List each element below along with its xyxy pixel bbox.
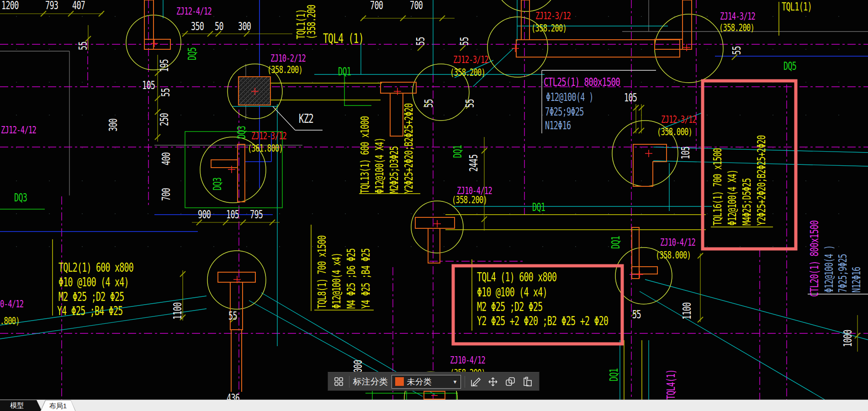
cad-text: 55	[731, 46, 742, 55]
cad-text: ZJ12-3/12	[453, 55, 488, 65]
cad-text: TQL4 (1)	[323, 32, 364, 45]
cad-text: 793	[45, 0, 58, 11]
move-annotation-button[interactable]	[486, 375, 500, 389]
cad-text: (358.200	[306, 5, 317, 39]
cad-text-layer: 1200793407350503007007005510519555250300…	[0, 0, 868, 400]
toolbar-separator	[349, 376, 349, 388]
cad-text: ZJ10-4/12	[660, 237, 695, 248]
cad-text: Φ12@100(4 )	[824, 245, 835, 293]
cad-text: 407	[72, 0, 85, 11]
cad-text: (358.200)	[452, 195, 487, 205]
annotation-classes-button[interactable]	[333, 375, 345, 388]
cad-text: 1000	[842, 330, 853, 347]
cad-text: Y2Φ25+2Φ20;B2Φ25+2Φ20	[756, 135, 767, 226]
edit-icon	[470, 376, 482, 388]
category-dropdown-value: 未分类	[407, 376, 432, 387]
cad-text: (358.200)	[531, 23, 566, 33]
cad-text: 1100	[172, 302, 183, 320]
cad-text: DQ1	[609, 369, 619, 381]
cad-text: 55	[78, 42, 89, 50]
cad-text: 700	[370, 0, 383, 11]
cad-text: 50	[215, 21, 223, 32]
cad-text: TQL13(1) 600 x1000	[360, 116, 370, 194]
tab-layout1-label: 布局1	[49, 402, 67, 411]
cad-text: 7Φ25;9Φ25	[837, 254, 848, 293]
cad-text: 900	[198, 209, 211, 220]
cad-text: 55	[632, 309, 641, 320]
cad-text: DQ3	[212, 178, 223, 190]
cad-text: (358.200)	[267, 65, 302, 75]
cad-text: CTL20(1) 800x1500	[809, 221, 820, 297]
cad-text: 0-4/12	[0, 299, 23, 309]
tab-model[interactable]: 模型	[0, 400, 42, 411]
cad-text: 400	[161, 153, 172, 165]
cad-text: 1200	[1, 0, 19, 11]
cad-text: TQL2(1) 600 x800	[58, 262, 133, 274]
copy-annotation-button[interactable]	[503, 375, 517, 389]
cad-text: DQ3	[14, 192, 27, 203]
grid-squares-icon	[333, 376, 344, 387]
paste-icon	[522, 376, 534, 388]
cad-text: N12Φ16	[851, 267, 862, 293]
annotation-category-label: 标注分类	[353, 376, 388, 388]
tab-layout1[interactable]: 布局1	[40, 400, 76, 411]
cad-text: 55	[423, 99, 434, 108]
cad-text: DQ1	[452, 145, 463, 158]
cad-text: (358.000)	[656, 250, 691, 260]
cad-text: ZJ10-2/12	[270, 53, 306, 63]
cad-text: 105	[624, 92, 637, 103]
cad-text: M4 Φ25 ;D6 Φ25	[346, 248, 357, 309]
cad-text: 105	[142, 80, 155, 91]
chevron-down-icon: ▼	[452, 379, 457, 385]
cad-text: Y4 Φ25 ;B4 Φ25	[360, 248, 371, 309]
cad-text: DQ5	[783, 61, 796, 72]
cad-text: 2445	[468, 154, 479, 172]
cad-text: DQ1	[610, 236, 621, 249]
cad-text: M2Φ25;D3Φ25	[389, 146, 400, 194]
cad-text: Y2 Φ25 +2 Φ20 ;B2 Φ25 +2 Φ20	[477, 315, 608, 327]
cad-text: 700	[161, 188, 172, 201]
tab-model-label: 模型	[10, 401, 24, 410]
move-icon	[487, 376, 499, 388]
cad-text: DQ1	[532, 202, 545, 213]
cad-application: 1200793407350503007007005510519555250300…	[0, 0, 868, 411]
cad-text: 700	[410, 0, 423, 11]
cad-text: 195	[159, 59, 170, 72]
layout-tabbar: 模型 布局1	[0, 400, 868, 411]
edit-annotation-button[interactable]	[469, 375, 482, 389]
cad-text: ZJ12-3/12	[661, 115, 696, 125]
cad-text: Φ12@100(4 X4)	[374, 138, 385, 194]
cad-text: DQ3	[236, 126, 247, 139]
category-color-swatch	[395, 377, 404, 386]
cad-text: TQL4(1)	[666, 369, 677, 400]
copy-icon	[504, 376, 516, 388]
cad-text: DQ1	[338, 66, 351, 77]
cad-text: 105	[680, 147, 691, 159]
cad-text: 1100	[682, 302, 693, 320]
cad-text: DQ5	[187, 47, 198, 60]
cad-text: ZJ12-3/12	[535, 11, 571, 21]
cad-text: ZJ10-4/12	[450, 355, 485, 365]
paste-annotation-button[interactable]	[521, 375, 535, 389]
cad-text: 55	[160, 88, 171, 97]
cad-text: Φ10 @100 (4 x4)	[477, 286, 547, 298]
cad-text: M2 Φ25 ;D2 Φ25	[477, 301, 543, 313]
cad-text: 55	[228, 311, 237, 321]
cad-text: ZJ14-3/12	[720, 11, 755, 21]
cad-text: Y4 Φ25 ;B4 Φ25	[57, 305, 123, 317]
cad-text: Φ12@100(4 x4)	[331, 253, 342, 309]
cad-text: (361.800)	[248, 143, 283, 153]
cad-text: (358.000)	[657, 127, 692, 137]
cad-text: 300	[238, 21, 251, 32]
cad-text: 436	[227, 393, 239, 400]
cad-text: 250	[159, 113, 170, 126]
cad-text: ZJ12-4/12	[1, 125, 36, 135]
cad-text: M2 Φ25 ;D2 Φ25	[58, 291, 124, 303]
cad-text: Φ12@100(4 )	[546, 92, 593, 103]
cad-text: .800)	[0, 316, 20, 326]
cad-text: KZ2	[299, 112, 313, 125]
drawing-canvas[interactable]: 1200793407350503007007005510519555250300…	[0, 0, 868, 400]
cad-text: 300	[108, 119, 119, 132]
category-dropdown[interactable]: 未分类 ▼	[392, 375, 461, 389]
cad-text: M4Φ25;D5Φ25	[741, 178, 752, 226]
